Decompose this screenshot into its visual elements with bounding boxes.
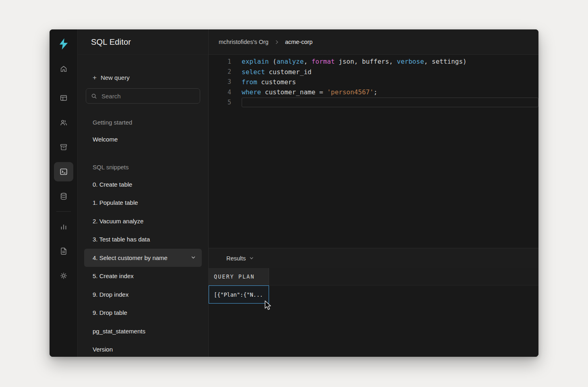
results-row: [{"Plan":{"N... bbox=[209, 285, 538, 304]
code-line[interactable]: 4where customer_name = 'person4567'; bbox=[209, 87, 538, 97]
sidebar-item-label: pg_stat_statements bbox=[93, 328, 145, 335]
search-input[interactable] bbox=[101, 92, 195, 100]
sidebar-item[interactable]: 0. Create table bbox=[84, 175, 202, 194]
app-window: SQL Editor + New query Getting startedWe… bbox=[50, 29, 538, 357]
archive-icon[interactable] bbox=[54, 137, 73, 157]
chevron-down-icon bbox=[249, 256, 254, 261]
sidebar-item-label: 9. Drop table bbox=[93, 309, 127, 316]
app-logo[interactable] bbox=[56, 37, 71, 51]
sidebar-item[interactable]: Version bbox=[84, 340, 202, 357]
result-cell-selected[interactable]: [{"Plan":{"N... bbox=[209, 285, 269, 304]
sidebar-item[interactable]: 4. Select customer by name bbox=[84, 249, 202, 267]
gear-icon[interactable] bbox=[54, 266, 73, 285]
rail-divider bbox=[56, 211, 71, 212]
sidebar-item[interactable]: 3. Test table has data bbox=[84, 230, 202, 249]
search-box bbox=[86, 88, 200, 104]
sidebar-item[interactable]: 5. Create index bbox=[84, 267, 202, 285]
section-heading: SQL snippets bbox=[84, 159, 202, 175]
sidebar-section: Getting startedWelcome bbox=[84, 114, 202, 149]
code-text: select customer_id bbox=[242, 68, 311, 76]
home-icon[interactable] bbox=[54, 59, 73, 79]
code-line[interactable]: 2select customer_id bbox=[209, 67, 538, 77]
line-number: 4 bbox=[209, 89, 242, 96]
sidebar-header: SQL Editor bbox=[78, 29, 208, 55]
chevron-right-icon bbox=[274, 40, 280, 45]
search-icon bbox=[91, 93, 97, 99]
new-query-label: New query bbox=[101, 74, 130, 81]
results-header-row: QUERY PLAN bbox=[209, 268, 538, 285]
code-line[interactable]: 5 bbox=[209, 98, 538, 108]
chevron-down-icon bbox=[190, 255, 196, 260]
main-area: mchristofides's Org acme-corp 1explain (… bbox=[209, 29, 538, 357]
icon-rail bbox=[50, 29, 78, 357]
plus-icon: + bbox=[93, 74, 97, 81]
sidebar-section: SQL snippets0. Create table1. Populate t… bbox=[84, 159, 202, 357]
breadcrumb-project[interactable]: acme-corp bbox=[285, 39, 313, 45]
sidebar-item[interactable]: Welcome bbox=[84, 130, 202, 149]
table-icon[interactable] bbox=[54, 88, 73, 108]
sql-editor[interactable]: 1explain (analyze, format json, buffers,… bbox=[209, 55, 538, 248]
line-number: 5 bbox=[209, 99, 242, 106]
results-label: Results bbox=[226, 255, 246, 262]
sidebar-item[interactable]: 9. Drop index bbox=[84, 285, 202, 304]
code-lines: 1explain (analyze, format json, buffers,… bbox=[209, 56, 538, 108]
breadcrumb: mchristofides's Org acme-corp bbox=[209, 29, 538, 55]
column-header-query-plan[interactable]: QUERY PLAN bbox=[209, 268, 269, 285]
sidebar-item-label: 1. Populate table bbox=[93, 199, 138, 206]
sidebar-item[interactable]: 9. Drop table bbox=[84, 304, 202, 322]
section-heading: Getting started bbox=[84, 114, 202, 130]
sidebar-item-label: 5. Create index bbox=[93, 273, 134, 279]
sidebar: SQL Editor + New query Getting startedWe… bbox=[78, 29, 209, 357]
sidebar-item[interactable]: 2. Vacuum analyze bbox=[84, 212, 202, 231]
file-text-icon[interactable] bbox=[54, 241, 73, 261]
active-line-highlight bbox=[242, 98, 538, 107]
sidebar-item-label: 4. Select customer by name bbox=[93, 254, 168, 261]
line-number: 1 bbox=[209, 58, 242, 65]
database-icon[interactable] bbox=[54, 187, 73, 206]
sidebar-item-label: 3. Test table has data bbox=[93, 236, 150, 243]
results-bar: Results bbox=[209, 248, 538, 268]
sidebar-item-label: Version bbox=[93, 346, 113, 353]
lightning-bolt-icon bbox=[58, 38, 69, 50]
sidebar-item-label: 0. Create table bbox=[93, 181, 132, 188]
page-title: SQL Editor bbox=[91, 37, 131, 47]
sidebar-item-label: 2. Vacuum analyze bbox=[93, 218, 143, 225]
results-toggle[interactable]: Results bbox=[226, 255, 254, 262]
code-text: explain (analyze, format json, buffers, … bbox=[242, 58, 467, 65]
sidebar-body: + New query Getting startedWelcomeSQL sn… bbox=[78, 55, 208, 357]
sidebar-item-label: Welcome bbox=[93, 136, 118, 143]
breadcrumb-org[interactable]: mchristofides's Org bbox=[219, 39, 269, 45]
bar-chart-icon[interactable] bbox=[54, 217, 73, 236]
code-text: where customer_name = 'person4567'; bbox=[242, 88, 377, 96]
line-number: 3 bbox=[209, 78, 242, 85]
users-icon[interactable] bbox=[54, 113, 73, 132]
sidebar-sections: Getting startedWelcomeSQL snippets0. Cre… bbox=[84, 114, 202, 357]
code-line[interactable]: 3from customers bbox=[209, 77, 538, 87]
code-text: from customers bbox=[242, 78, 296, 86]
code-line[interactable]: 1explain (analyze, format json, buffers,… bbox=[209, 56, 538, 67]
line-number: 2 bbox=[209, 68, 242, 75]
sidebar-item[interactable]: pg_stat_statements bbox=[84, 322, 202, 341]
sidebar-item-label: 9. Drop index bbox=[93, 291, 128, 298]
results-panel: QUERY PLAN [{"Plan":{"N... bbox=[209, 268, 538, 357]
new-query-button[interactable]: + New query bbox=[93, 74, 130, 81]
sidebar-item[interactable]: 1. Populate table bbox=[84, 194, 202, 212]
terminal-icon[interactable] bbox=[54, 162, 73, 181]
